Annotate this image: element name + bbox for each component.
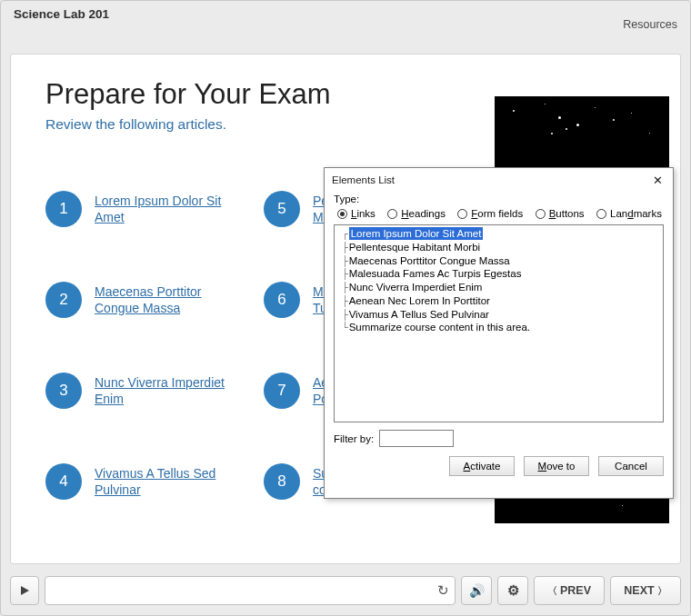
type-radio-group: Links Headings Form fields Buttons Landm… — [334, 204, 664, 224]
page-subtitle: Review the following articles. — [45, 116, 226, 133]
elements-list-dialog: Elements List ✕ Type: Links Headings For… — [324, 167, 674, 499]
prev-label: PREV — [560, 584, 591, 597]
close-icon: ✕ — [653, 174, 663, 187]
list-item[interactable]: ├Maecenas Porttitor Congue Massa — [338, 254, 659, 268]
titlebar: Science Lab 201 Resources — [1, 1, 690, 33]
type-option-form-fields[interactable]: Form fields — [457, 208, 523, 219]
article-link-label: Maecenas Porttitor Congue Massa — [95, 283, 231, 317]
filter-input[interactable] — [379, 430, 454, 447]
move-to-button[interactable]: Move to — [524, 456, 589, 476]
svg-marker-0 — [21, 586, 29, 595]
chevron-left-icon: 〈 — [547, 584, 557, 598]
radio-icon — [536, 209, 546, 219]
gear-icon: ⚙ — [507, 582, 519, 599]
play-button[interactable] — [10, 576, 39, 605]
resources-link[interactable]: Resources — [623, 7, 677, 31]
article-link-2[interactable]: 2 Maecenas Porttitor Congue Massa — [45, 254, 264, 345]
radio-icon — [457, 209, 467, 219]
next-button[interactable]: NEXT 〉 — [610, 576, 681, 605]
volume-icon: 🔊 — [469, 583, 485, 598]
chevron-right-icon: 〉 — [657, 584, 667, 598]
list-item[interactable]: ┌Lorem Ipsum Dolor Sit Amet — [338, 227, 659, 241]
badge-number: 6 — [264, 282, 300, 318]
filter-row: Filter by: — [334, 422, 664, 447]
radio-icon — [387, 209, 397, 219]
player-bar: ↻ 🔊 ⚙ 〈 PREV NEXT 〉 — [10, 573, 681, 608]
badge-number: 7 — [264, 373, 300, 409]
type-label: Type: — [334, 194, 664, 204]
radio-icon — [337, 209, 347, 219]
article-link-3[interactable]: 3 Nunc Viverra Imperdiet Enim — [45, 345, 264, 436]
article-link-label: Vivamus A Tellus Sed Pulvinar — [95, 465, 231, 499]
list-item[interactable]: ├Pellentesque Habitant Morbi — [338, 241, 659, 254]
list-item[interactable]: ├Malesuada Fames Ac Turpis Egestas — [338, 267, 659, 281]
article-link-label: Nunc Viverra Imperdiet Enim — [95, 374, 231, 408]
badge-number: 8 — [264, 463, 300, 500]
elements-listbox[interactable]: ┌Lorem Ipsum Dolor Sit Amet ├Pellentesqu… — [334, 224, 664, 422]
dialog-title: Elements List — [332, 174, 395, 185]
settings-button[interactable]: ⚙ — [497, 576, 528, 605]
list-item[interactable]: ├Nunc Viverra Imperdiet Enim — [338, 281, 659, 294]
badge-number: 3 — [45, 373, 82, 409]
dialog-body: Type: Links Headings Form fields Buttons — [325, 192, 673, 483]
app-frame: Science Lab 201 Resources Prepare for Yo… — [0, 0, 691, 616]
article-link-4[interactable]: 4 Vivamus A Tellus Sed Pulvinar — [45, 436, 264, 527]
play-icon — [19, 585, 30, 596]
cancel-button[interactable]: Cancel — [598, 456, 664, 476]
dialog-button-row: Activate Move to Cancel — [334, 447, 664, 476]
prev-button[interactable]: 〈 PREV — [534, 576, 605, 605]
course-title: Science Lab 201 — [14, 7, 109, 21]
type-option-buttons[interactable]: Buttons — [536, 208, 585, 219]
activate-button[interactable]: Activate — [449, 456, 515, 476]
badge-number: 1 — [45, 191, 82, 227]
radio-icon — [596, 209, 606, 219]
badge-number: 5 — [264, 191, 300, 227]
article-link-1[interactable]: 1 Lorem Ipsum Dolor Sit Amet — [45, 164, 264, 254]
type-option-landmarks[interactable]: Landmarks — [596, 208, 662, 219]
list-item[interactable]: └Summarize course content in this area. — [338, 321, 659, 334]
type-option-headings[interactable]: Headings — [387, 208, 446, 219]
list-item[interactable]: ├Vivamus A Tellus Sed Pulvinar — [338, 308, 659, 322]
article-link-label: Lorem Ipsum Dolor Sit Amet — [95, 193, 231, 226]
seekbar[interactable]: ↻ — [45, 576, 456, 605]
replay-icon[interactable]: ↻ — [437, 582, 449, 599]
badge-number: 4 — [45, 463, 82, 500]
list-item[interactable]: ├Aenean Nec Lorem In Porttitor — [338, 294, 659, 308]
filter-label: Filter by: — [334, 433, 374, 444]
dialog-titlebar: Elements List ✕ — [325, 168, 673, 192]
badge-number: 2 — [45, 282, 82, 318]
volume-button[interactable]: 🔊 — [461, 576, 492, 605]
page-title: Prepare for Your Exam — [45, 78, 331, 111]
close-button[interactable]: ✕ — [647, 172, 667, 188]
next-label: NEXT — [624, 584, 654, 597]
type-option-links[interactable]: Links — [337, 208, 376, 219]
